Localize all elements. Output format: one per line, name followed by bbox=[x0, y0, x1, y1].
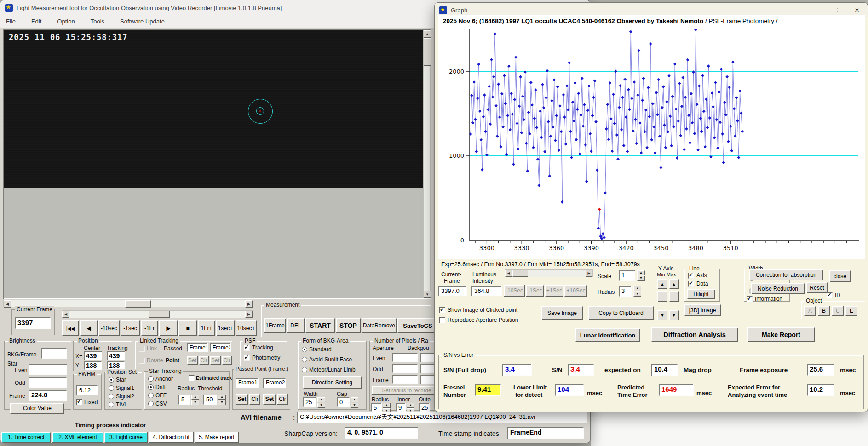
posset-signal1-radio[interactable] bbox=[109, 385, 114, 391]
pixels-frame-aperture-field[interactable] bbox=[392, 375, 418, 384]
copy-clipboard-button[interactable]: Copy to ClipBoard bbox=[588, 306, 654, 320]
show-image-checkbox[interactable] bbox=[439, 307, 445, 313]
ymax-blank-button[interactable] bbox=[669, 291, 679, 302]
menu-file[interactable]: File bbox=[6, 18, 16, 25]
star-odd-field[interactable] bbox=[29, 377, 67, 388]
close-graph-button[interactable]: close bbox=[829, 270, 851, 282]
y-center-field[interactable]: 138 bbox=[84, 361, 102, 370]
ymin-up-button[interactable]: ▲ bbox=[657, 279, 667, 289]
scale-spinner[interactable]: ▲▼ bbox=[637, 270, 645, 281]
track-radius-spinner[interactable]: ▲▼ bbox=[191, 395, 199, 405]
track-anchor-radio[interactable] bbox=[148, 376, 154, 382]
frame-exposure-field[interactable]: 25.6 bbox=[807, 364, 834, 376]
bkg-standard-radio[interactable] bbox=[302, 347, 307, 352]
minus-10sec-button[interactable]: -10sec bbox=[98, 320, 120, 336]
x-center-field[interactable]: 439 bbox=[84, 351, 102, 360]
sn-full-field[interactable]: 3.4 bbox=[502, 364, 532, 376]
pixels-inner-field[interactable]: 9 bbox=[396, 403, 406, 412]
psf-tracking-checkbox[interactable] bbox=[244, 345, 250, 351]
passed-frame2-field[interactable]: Frame2 bbox=[263, 378, 286, 388]
measure-1frame-button[interactable]: 1Frame bbox=[264, 318, 286, 333]
passed-set1-button[interactable]: Set bbox=[236, 394, 248, 405]
reproduce-aperture-checkbox[interactable] bbox=[439, 317, 445, 323]
track-radius-field[interactable]: 5 bbox=[178, 395, 190, 405]
goto-start-button[interactable]: |◀◀ bbox=[62, 320, 79, 336]
sharpcap-version-field[interactable]: 4. 0. 9571. 0 bbox=[345, 427, 418, 439]
tab-make-report[interactable]: 5. Make report bbox=[195, 432, 239, 443]
bkg-gap-spinner[interactable]: ▲▼ bbox=[351, 397, 358, 408]
track-drift-radio[interactable] bbox=[148, 384, 154, 390]
light-curve-chart[interactable]: 0100020003300333033603390342034503480351… bbox=[435, 3, 868, 260]
del-button[interactable]: DEL bbox=[287, 318, 305, 333]
track-threshold-field[interactable]: 50 bbox=[203, 395, 217, 405]
id-checkbox[interactable] bbox=[827, 292, 833, 298]
video-frame[interactable]: 2025 11 06 15:25:58:317 bbox=[4, 30, 423, 188]
track-threshold-spinner[interactable]: ▲▼ bbox=[218, 395, 226, 405]
star-even-field[interactable] bbox=[29, 364, 67, 375]
pixels-radius-field[interactable]: 5 bbox=[371, 403, 382, 412]
ymin-blank-button[interactable] bbox=[657, 291, 667, 302]
tab-light-curve[interactable]: 3. Light curve bbox=[104, 432, 148, 443]
savetocsv-button[interactable]: SaveToCS bbox=[397, 318, 438, 333]
step-back-button[interactable]: ◀ bbox=[80, 320, 98, 336]
menu-software-update[interactable]: Software Update bbox=[120, 18, 165, 25]
passed-frame1-field[interactable]: Frame1 bbox=[236, 378, 259, 388]
ymax-up-button[interactable]: ▲ bbox=[669, 279, 679, 289]
fresnel-field[interactable]: 9.41 bbox=[475, 384, 501, 396]
color-value-button[interactable]: Color Value bbox=[10, 403, 64, 414]
save-image-button[interactable]: Save Image bbox=[541, 306, 583, 320]
bkg-gap-field[interactable]: 0 bbox=[337, 397, 350, 407]
start-button[interactable]: START bbox=[305, 318, 335, 333]
bkg-frame-field[interactable] bbox=[41, 348, 67, 359]
expected-error-field[interactable]: 10.2 bbox=[807, 384, 834, 396]
dataremove-button[interactable]: DataRemove bbox=[362, 318, 397, 333]
passed-clr1-button[interactable]: Clr bbox=[249, 394, 260, 405]
line-data-checkbox[interactable] bbox=[688, 281, 694, 287]
line-axis-checkbox[interactable] bbox=[688, 273, 694, 279]
ymax-down-button[interactable]: ▼ bbox=[669, 310, 679, 320]
object-b-button[interactable]: B bbox=[818, 306, 830, 316]
reset-button[interactable]: Reset bbox=[806, 282, 828, 293]
bkg-sunlit-radio[interactable] bbox=[302, 357, 307, 362]
menu-option[interactable]: Option bbox=[57, 18, 75, 25]
track-off-radio[interactable] bbox=[148, 393, 154, 398]
bkg-meteor-radio[interactable] bbox=[302, 367, 307, 372]
x-tracking-field[interactable]: 439 bbox=[107, 351, 125, 360]
fwhm-field[interactable]: 6.12 bbox=[76, 385, 98, 395]
predicted-error-field[interactable]: 1649 bbox=[659, 384, 694, 396]
minus-1sec-button[interactable]: -1sec bbox=[121, 320, 140, 336]
ymin-down-button[interactable]: ▼ bbox=[657, 310, 667, 320]
tab-time-correct[interactable]: 1. Time correct bbox=[1, 432, 51, 443]
graph-scrollbar[interactable]: ◀ ▶ bbox=[505, 269, 593, 277]
lunar-identification-button[interactable]: Lunar Identification bbox=[575, 328, 640, 342]
luminous-intensity-field[interactable]: 364.8 bbox=[471, 286, 502, 296]
posset-tivi-radio[interactable] bbox=[109, 402, 114, 407]
minus-1frame-button[interactable]: -1Fr bbox=[141, 320, 158, 336]
expected-field[interactable]: 10.4 bbox=[651, 364, 678, 376]
aperture-marker[interactable] bbox=[248, 99, 273, 124]
bkg-width-field[interactable]: 25 bbox=[303, 397, 316, 407]
psf-photometry-checkbox[interactable] bbox=[244, 355, 250, 361]
sn-field[interactable]: 3.4 bbox=[568, 364, 594, 376]
correction-absorption-button[interactable]: Correction for absorption bbox=[749, 269, 823, 280]
direction-setting-button[interactable]: Direction Setting bbox=[303, 376, 362, 389]
posset-star-radio[interactable] bbox=[109, 377, 114, 383]
timestamp-indicates-field[interactable]: FrameEnd bbox=[507, 427, 584, 439]
information-checkbox[interactable] bbox=[747, 296, 753, 302]
pixels-outer-field[interactable]: 25 bbox=[419, 403, 430, 412]
plus-1frame-button[interactable]: 1Fr+ bbox=[198, 320, 215, 336]
scale-field[interactable]: 1 bbox=[619, 270, 635, 281]
linked-frame2-field[interactable]: Frame2 bbox=[210, 343, 231, 352]
pixels-even-aperture-field[interactable] bbox=[392, 353, 418, 362]
bkg-width-spinner[interactable]: ▲▼ bbox=[317, 397, 325, 408]
object-l-button[interactable]: L bbox=[845, 306, 857, 316]
video-vscrollbar[interactable]: ▲ ▼ bbox=[423, 30, 431, 298]
gradius-field[interactable]: 3 bbox=[619, 286, 632, 297]
gcurrent-frame-field[interactable]: 3397.0 bbox=[438, 286, 467, 296]
linked-frame1-field[interactable]: Frame1 bbox=[187, 343, 208, 352]
passed-clr2-button[interactable]: Clr bbox=[277, 394, 288, 405]
avi-filename-field[interactable]: C:¥Users¥owner¥Documents¥天文¥202511¥20251… bbox=[297, 412, 587, 423]
frame-scrollbar[interactable]: ◀ ▶ bbox=[62, 310, 253, 318]
stop-button[interactable]: STOP bbox=[336, 318, 361, 333]
posset-signal2-radio[interactable] bbox=[109, 394, 114, 399]
